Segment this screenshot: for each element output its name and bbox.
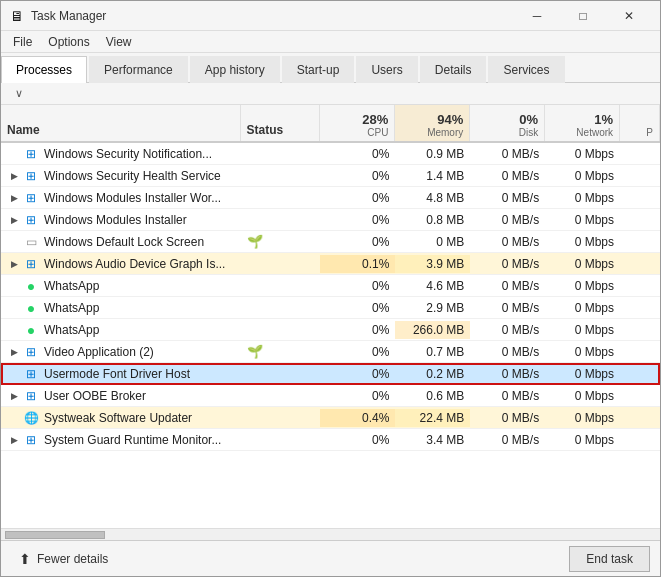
cell-network: 0 Mbps xyxy=(545,365,620,383)
cell-cpu: 0% xyxy=(320,365,395,383)
table-row[interactable]: ▶ ● WhatsApp 0% 4.6 MB 0 MB/s 0 Mbps xyxy=(1,275,660,297)
cell-memory: 3.4 MB xyxy=(395,431,470,449)
col-header-disk[interactable]: 0% Disk xyxy=(470,105,545,141)
tab-startup[interactable]: Start-up xyxy=(282,56,355,83)
table-row[interactable]: ▶ ⊞ Windows Audio Device Graph Is... 0.1… xyxy=(1,253,660,275)
cell-disk: 0 MB/s xyxy=(470,167,545,185)
process-name: System Guard Runtime Monitor... xyxy=(44,433,221,447)
table-row[interactable]: ▶ ⊞ Windows Security Health Service 0% 1… xyxy=(1,165,660,187)
table-row[interactable]: ▶ ⊞ Windows Modules Installer 0% 0.8 MB … xyxy=(1,209,660,231)
col-header-name[interactable]: Name xyxy=(1,105,241,141)
cell-network: 0 Mbps xyxy=(545,387,620,405)
cell-cpu: 0.1% xyxy=(320,255,395,273)
col-header-network[interactable]: 1% Network xyxy=(545,105,620,141)
cell-disk: 0 MB/s xyxy=(470,277,545,295)
cell-disk: 0 MB/s xyxy=(470,299,545,317)
table-row[interactable]: ▶ ⊞ Usermode Font Driver Host 0% 0.2 MB … xyxy=(1,363,660,385)
cell-network: 0 Mbps xyxy=(545,409,620,427)
tab-performance[interactable]: Performance xyxy=(89,56,188,83)
cell-cpu: 0% xyxy=(320,167,395,185)
table-header: Name Status 28% CPU 94% Memory 0% Disk 1… xyxy=(1,105,660,143)
cell-status xyxy=(241,394,321,398)
menu-file[interactable]: File xyxy=(5,33,40,51)
windows-icon: ⊞ xyxy=(26,389,36,403)
cell-memory: 0.8 MB xyxy=(395,211,470,229)
windows-icon: ⊞ xyxy=(26,191,36,205)
cell-status: 🌱 xyxy=(241,232,321,251)
cell-cpu: 0% xyxy=(320,299,395,317)
cell-name: ▶ ⊞ Windows Security Health Service xyxy=(1,166,241,186)
table-row[interactable]: ▶ ⊞ System Guard Runtime Monitor... 0% 3… xyxy=(1,429,660,451)
cell-status xyxy=(241,262,321,266)
cell-cpu: 0% xyxy=(320,387,395,405)
process-name: WhatsApp xyxy=(44,323,99,337)
expand-arrow[interactable]: ▶ xyxy=(7,213,21,227)
cell-name: ▶ ● WhatsApp xyxy=(1,320,241,340)
close-button[interactable]: ✕ xyxy=(606,1,652,31)
row-icon: ⊞ xyxy=(23,256,39,272)
windows-icon: ⊞ xyxy=(26,169,36,183)
end-task-button[interactable]: End task xyxy=(569,546,650,572)
cell-status xyxy=(241,218,321,222)
horizontal-scrollbar[interactable] xyxy=(1,528,660,540)
cell-status xyxy=(241,416,321,420)
cell-disk: 0 MB/s xyxy=(470,255,545,273)
expand-arrow[interactable]: ▶ xyxy=(7,389,21,403)
cell-power xyxy=(620,152,660,156)
cell-memory: 3.9 MB xyxy=(395,255,470,273)
cell-status xyxy=(241,152,321,156)
cell-disk: 0 MB/s xyxy=(470,431,545,449)
table-row[interactable]: ▶ ⊞ Windows Modules Installer Wor... 0% … xyxy=(1,187,660,209)
whatsapp-icon: ● xyxy=(27,322,35,338)
tab-users[interactable]: Users xyxy=(356,56,417,83)
table-row[interactable]: ▶ ⊞ User OOBE Broker 0% 0.6 MB 0 MB/s 0 … xyxy=(1,385,660,407)
table-row[interactable]: ▶ ● WhatsApp 0% 266.0 MB 0 MB/s 0 Mbps xyxy=(1,319,660,341)
col-header-memory[interactable]: 94% Memory xyxy=(395,105,470,141)
cell-cpu: 0% xyxy=(320,277,395,295)
cell-network: 0 Mbps xyxy=(545,211,620,229)
title-bar: 🖥 Task Manager ─ □ ✕ xyxy=(1,1,660,31)
expand-arrow[interactable]: ▶ xyxy=(7,433,21,447)
bottom-bar: ⬆ Fewer details End task xyxy=(1,540,660,576)
cell-cpu: 0.4% xyxy=(320,409,395,427)
col-header-power[interactable]: P xyxy=(620,105,660,141)
cell-disk: 0 MB/s xyxy=(470,233,545,251)
cell-name: ▶ ▭ Windows Default Lock Screen xyxy=(1,232,241,252)
expand-arrow[interactable]: ▶ xyxy=(7,257,21,271)
table-row[interactable]: ▶ ▭ Windows Default Lock Screen 🌱 0% 0 M… xyxy=(1,231,660,253)
expand-arrow[interactable]: ▶ xyxy=(7,191,21,205)
menu-view[interactable]: View xyxy=(98,33,140,51)
hscroll-thumb[interactable] xyxy=(5,531,105,539)
expand-arrow[interactable]: ▶ xyxy=(7,345,21,359)
table-row[interactable]: ▶ ⊞ Windows Security Notification... 0% … xyxy=(1,143,660,165)
row-icon: ● xyxy=(23,322,39,338)
menu-options[interactable]: Options xyxy=(40,33,97,51)
tab-services[interactable]: Services xyxy=(488,56,564,83)
cell-cpu: 0% xyxy=(320,343,395,361)
tab-processes[interactable]: Processes xyxy=(1,56,87,83)
sort-arrow[interactable]: ∨ xyxy=(7,87,31,100)
menu-bar: File Options View xyxy=(1,31,660,53)
cell-power xyxy=(620,372,660,376)
expand-arrow[interactable]: ▶ xyxy=(7,169,21,183)
col-header-cpu[interactable]: 28% CPU xyxy=(320,105,395,141)
fewer-details-button[interactable]: ⬆ Fewer details xyxy=(11,547,116,571)
row-icon: ⊞ xyxy=(23,190,39,206)
cell-disk: 0 MB/s xyxy=(470,387,545,405)
cell-memory: 4.6 MB xyxy=(395,277,470,295)
cell-network: 0 Mbps xyxy=(545,167,620,185)
table-row[interactable]: ▶ 🌐 Systweak Software Updater 0.4% 22.4 … xyxy=(1,407,660,429)
cell-name: ▶ ● WhatsApp xyxy=(1,298,241,318)
windows-icon: ⊞ xyxy=(26,213,36,227)
tab-app-history[interactable]: App history xyxy=(190,56,280,83)
col-header-status[interactable]: Status xyxy=(241,105,321,141)
table-row[interactable]: ▶ ⊞ Video Application (2) 🌱 0% 0.7 MB 0 … xyxy=(1,341,660,363)
tab-details[interactable]: Details xyxy=(420,56,487,83)
cell-power xyxy=(620,240,660,244)
cell-name: ▶ ⊞ Video Application (2) xyxy=(1,342,241,362)
cell-power xyxy=(620,196,660,200)
cell-network: 0 Mbps xyxy=(545,299,620,317)
minimize-button[interactable]: ─ xyxy=(514,1,560,31)
maximize-button[interactable]: □ xyxy=(560,1,606,31)
table-row[interactable]: ▶ ● WhatsApp 0% 2.9 MB 0 MB/s 0 Mbps xyxy=(1,297,660,319)
